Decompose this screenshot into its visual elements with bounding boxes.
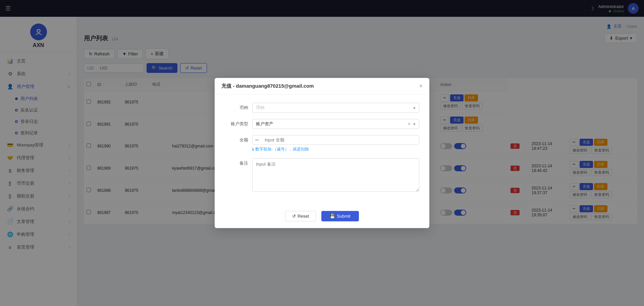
- recharge-modal: 充值 - damanguang870215@gmail.com × 币种 币种 …: [215, 78, 429, 228]
- amount-input-wrap: ✏: [252, 135, 419, 145]
- currency-label: 币种: [225, 103, 248, 111]
- remark-field: [252, 158, 419, 193]
- amount-label: 全额: [225, 135, 248, 143]
- modal-title: 充值 - damanguang870215@gmail.com: [221, 83, 314, 89]
- dropdown-icon: ▾: [413, 105, 416, 111]
- currency-select[interactable]: 币种 ▾: [252, 103, 419, 113]
- remark-row: 备注: [225, 158, 419, 193]
- account-type-field: 账户资产 × ▾: [252, 119, 419, 129]
- modal-header: 充值 - damanguang870215@gmail.com ×: [215, 78, 429, 95]
- info-icon: ℹ: [252, 147, 254, 152]
- currency-row: 币种 币种 ▾: [225, 103, 419, 113]
- reset-icon-modal: ↺: [292, 214, 296, 219]
- account-type-row: 账户类型 账户资产 × ▾: [225, 119, 419, 129]
- modal-close-button[interactable]: ×: [419, 83, 423, 90]
- currency-field: 币种 ▾: [252, 103, 419, 113]
- remark-label: 备注: [225, 158, 248, 166]
- account-type-label: 账户类型: [225, 119, 248, 127]
- modal-reset-button[interactable]: ↺ Reset: [285, 211, 316, 221]
- currency-select-value: 币种: [256, 105, 265, 111]
- amount-input[interactable]: [262, 135, 419, 144]
- edit-icon: ✏: [253, 137, 262, 143]
- account-type-value: 账户资产: [256, 121, 273, 127]
- account-type-select[interactable]: 账户资产 × ▾: [252, 119, 419, 129]
- save-icon: 💾: [330, 214, 335, 219]
- remark-textarea[interactable]: [252, 158, 419, 192]
- amount-field: ✏ ℹ 数字前加-（减号），就是扣除: [252, 135, 419, 152]
- modal-overlay[interactable]: 充值 - damanguang870215@gmail.com × 币种 币种 …: [0, 0, 644, 306]
- clear-icon[interactable]: ×: [408, 121, 411, 127]
- modal-submit-button[interactable]: 💾 Submit: [321, 211, 359, 221]
- amount-hint: ℹ 数字前加-（减号），就是扣除: [252, 146, 419, 152]
- dropdown-icon-2: ▾: [413, 122, 416, 127]
- modal-body: 币种 币种 ▾ 账户类型 账户资产 × ▾: [215, 95, 429, 207]
- modal-footer: ↺ Reset 💾 Submit: [215, 207, 429, 228]
- amount-row: 全额 ✏ ℹ 数字前加-（减号），就是扣除: [225, 135, 419, 152]
